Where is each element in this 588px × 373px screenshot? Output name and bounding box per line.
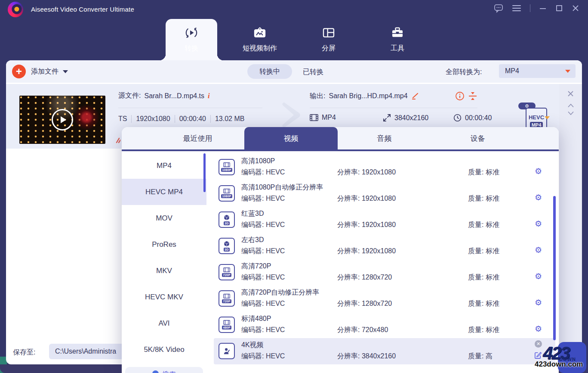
profile-tabs: 最近使用 视频 音频 设备 bbox=[122, 127, 559, 149]
tab-convert-label: 转换 bbox=[185, 44, 198, 53]
preset-settings-icon[interactable]: ⚙ bbox=[535, 245, 542, 255]
preset-row[interactable]: 3D 红蓝3D 编码器: HEVC 分辨率: 1920x1080 质量: 标准 … bbox=[214, 207, 555, 233]
split-screen-icon bbox=[322, 26, 336, 40]
list-gutter bbox=[559, 84, 582, 373]
tab-fillet bbox=[217, 54, 223, 60]
app-title: Aiseesoft Video Converter Ultimate bbox=[31, 6, 134, 13]
save-path-value: C:\Users\Administra bbox=[55, 348, 116, 355]
list-scrollbar[interactable] bbox=[553, 196, 556, 340]
info-icon[interactable]: i bbox=[208, 92, 210, 100]
output-file-line: 输出: Sarah Brig...HD.mp4.mp4 bbox=[310, 91, 477, 101]
profile-popup: 最近使用 视频 音频 设备 MP4 HEVC MP4 MOV ProRes MK… bbox=[122, 127, 559, 373]
format-dropdown-icon[interactable] bbox=[545, 116, 550, 119]
output-resolution-value: 3840x2160 bbox=[394, 114, 428, 122]
search-icon bbox=[152, 370, 159, 373]
tv-icon bbox=[253, 26, 267, 40]
source-meta: TS 1920x1080 00:00:40 13.02 MB bbox=[118, 115, 249, 123]
preset-custom-icon bbox=[219, 343, 235, 359]
preset-settings-icon[interactable]: ⚙ bbox=[535, 324, 542, 334]
app-logo-icon bbox=[8, 2, 23, 17]
play-overlay[interactable] bbox=[19, 96, 105, 144]
sidebar-search-label: 搜索 bbox=[162, 370, 176, 373]
sidebar-item-hevc-mkv[interactable]: HEVC MKV bbox=[122, 284, 206, 310]
feedback-icon[interactable] bbox=[494, 3, 503, 13]
preset-settings-icon[interactable]: ⚙ bbox=[535, 271, 542, 281]
tab-converting[interactable]: 转换中 bbox=[247, 64, 292, 79]
preset-row[interactable]: 720P 高清720P 编码器: HEVC 分辨率: 1280x720 质量: … bbox=[214, 259, 555, 286]
meta-resolution: 1920x1080 bbox=[131, 115, 174, 123]
meta-size: 13.02 MB bbox=[210, 115, 249, 123]
minimize-icon[interactable] bbox=[539, 4, 547, 12]
rename-icon[interactable] bbox=[411, 92, 420, 100]
tabs-underline bbox=[122, 149, 559, 151]
preset-title: 高清720P自动修正分辨率 bbox=[241, 288, 319, 297]
watermark-site: 423down.com bbox=[535, 360, 583, 369]
play-icon bbox=[52, 109, 73, 131]
sidebar-item-mkv[interactable]: MKV bbox=[122, 258, 206, 284]
preset-settings-icon[interactable]: ⚙ bbox=[535, 193, 542, 202]
remove-file-icon[interactable] bbox=[567, 90, 574, 97]
preset-row-selected[interactable]: 4K视频 编码器: HEVC 分辨率: 3840x2160 质量: 高 ✕ bbox=[214, 338, 555, 364]
tab-split-screen[interactable]: 分屏 bbox=[307, 26, 350, 53]
merge-icon[interactable] bbox=[468, 91, 477, 101]
preset-row[interactable]: 480P 标清480P 编码器: HEVC 分辨率: 720x480 质量: 标… bbox=[214, 312, 555, 338]
close-icon[interactable] bbox=[572, 4, 579, 12]
preset-title: 高清1080P bbox=[241, 157, 275, 166]
preset-title: 左右3D bbox=[241, 236, 264, 245]
tab-tools[interactable]: 工具 bbox=[376, 26, 419, 53]
move-up-icon[interactable] bbox=[567, 103, 574, 108]
sidebar-item-mov[interactable]: MOV bbox=[122, 205, 206, 231]
preset-settings-icon[interactable]: ⚙ bbox=[535, 298, 542, 308]
sidebar-item-hevc-mp4[interactable]: HEVC MP4 bbox=[122, 179, 206, 205]
output-format-value: MP4 bbox=[322, 114, 336, 121]
clipped-edit-icon bbox=[115, 137, 120, 144]
maximize-icon[interactable] bbox=[555, 4, 563, 12]
preset-title: 红蓝3D bbox=[241, 209, 264, 218]
move-down-icon[interactable] bbox=[567, 111, 574, 115]
output-duration: 00:00:40 bbox=[453, 114, 492, 122]
tab-recent[interactable]: 最近使用 bbox=[151, 127, 244, 149]
tab-convert[interactable]: 转换 bbox=[166, 26, 217, 53]
tab-video[interactable]: 视频 bbox=[244, 127, 338, 149]
tab-converted[interactable]: 已转换 bbox=[303, 68, 323, 77]
preset-title: 标清480P bbox=[241, 314, 271, 323]
tab-device[interactable]: 设备 bbox=[431, 127, 524, 149]
output-info-icon[interactable] bbox=[455, 91, 465, 101]
add-file-label[interactable]: 添加文件 bbox=[31, 67, 58, 76]
app-window: Aiseesoft Video Converter Ultimate bbox=[0, 0, 588, 373]
preset-settings-icon[interactable]: ⚙ bbox=[535, 166, 542, 176]
preset-row[interactable]: 1080P 高清1080P自动修正分辨率 编码器: HEVC 分辨率: 1920… bbox=[214, 180, 555, 207]
add-file-dropdown-icon[interactable] bbox=[63, 70, 68, 73]
dropdown-caret-icon bbox=[565, 70, 570, 73]
save-to-label: 保存至: bbox=[13, 348, 35, 357]
sidebar-scrollbar[interactable] bbox=[203, 153, 206, 192]
tab-tools-label: 工具 bbox=[391, 44, 404, 53]
preset-row[interactable]: 3D 左右3D 编码器: HEVC 分辨率: 1920x1080 质量: 标准 … bbox=[214, 233, 555, 259]
tab-audio[interactable]: 音频 bbox=[338, 127, 431, 149]
preset-settings-icon[interactable]: ⚙ bbox=[535, 219, 542, 229]
sidebar-item-mp4[interactable]: MP4 bbox=[122, 152, 206, 179]
sidebar-item-5k8k[interactable]: 5K/8K Video bbox=[122, 336, 206, 363]
edit-preset-icon[interactable] bbox=[534, 351, 542, 359]
delete-preset-icon[interactable]: ✕ bbox=[535, 340, 542, 348]
preset-row[interactable]: 1080P 高清1080P 编码器: HEVC 分辨率: 1920x1080 质… bbox=[214, 154, 555, 180]
expand-icon bbox=[383, 114, 391, 122]
tab-short-video[interactable]: 短视频制作 bbox=[232, 26, 288, 53]
divider bbox=[310, 108, 477, 108]
convert-all-label: 全部转换为: bbox=[446, 68, 482, 77]
badge-codec: HEVC bbox=[529, 114, 544, 121]
source-filename: Sarah Br...D.mp4.ts bbox=[144, 92, 204, 100]
sidebar-item-avi[interactable]: AVI bbox=[122, 310, 206, 336]
preset-row[interactable]: 720P 高清720P自动修正分辨率 编码器: HEVC 分辨率: 1280x7… bbox=[214, 286, 555, 312]
menu-icon[interactable] bbox=[512, 4, 521, 12]
output-label: 输出: bbox=[310, 92, 325, 101]
convert-all-dropdown[interactable]: MP4 bbox=[499, 64, 576, 78]
sidebar-search[interactable]: 搜索 bbox=[125, 367, 203, 373]
add-file-button[interactable]: + bbox=[12, 65, 26, 78]
preset-480p-icon: 480P bbox=[219, 317, 235, 333]
output-filename: Sarah Brig...HD.mp4.mp4 bbox=[329, 92, 407, 100]
sidebar-item-prores[interactable]: ProRes bbox=[122, 231, 206, 258]
preset-1080p-icon: 1080P bbox=[219, 159, 235, 175]
output-duration-value: 00:00:40 bbox=[465, 114, 492, 122]
preset-3d-icon: 3D bbox=[219, 211, 235, 228]
